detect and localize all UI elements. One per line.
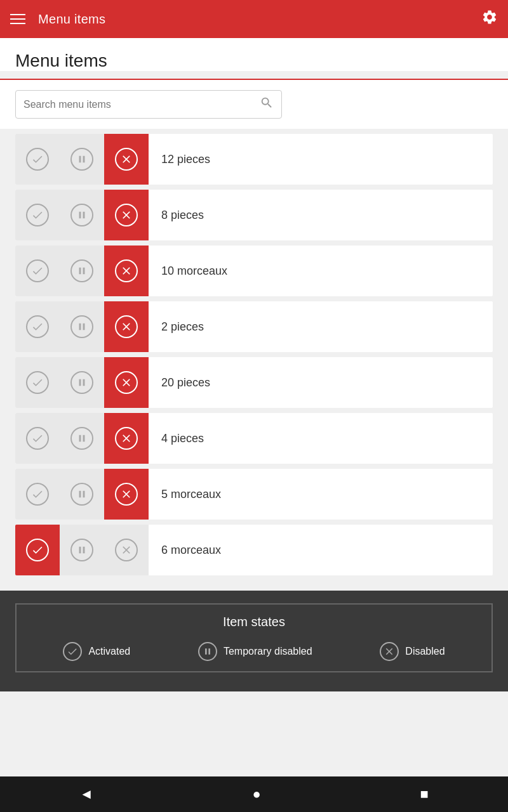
list-item: 12 pieces	[15, 134, 493, 185]
app-bar: Menu items	[0, 0, 508, 38]
settings-icon[interactable]	[481, 9, 498, 29]
legend-activated: Activated	[63, 642, 130, 661]
list-container: 12 pieces 8 pieces 10 morceaux 2 pieces …	[0, 129, 508, 586]
activate-button[interactable]	[15, 469, 60, 520]
activated-icon	[63, 642, 82, 661]
disable-button[interactable]	[104, 246, 149, 296]
pause-button[interactable]	[60, 190, 104, 240]
pause-button[interactable]	[60, 134, 104, 185]
list-item: 2 pieces	[15, 301, 493, 352]
pause-button[interactable]	[60, 357, 104, 408]
search-icon[interactable]	[260, 96, 274, 113]
legend-disabled: Disabled	[380, 642, 444, 661]
back-button[interactable]: ◄	[79, 786, 93, 802]
list-item: 4 pieces	[15, 413, 493, 464]
disable-button[interactable]	[104, 413, 149, 464]
activate-button[interactable]	[15, 134, 60, 185]
pause-button[interactable]	[60, 525, 104, 575]
list-item: 8 pieces	[15, 190, 493, 240]
pause-button[interactable]	[60, 301, 104, 352]
item-label: 6 morceaux	[149, 544, 493, 557]
pause-button[interactable]	[60, 469, 104, 520]
list-item: 10 morceaux	[15, 246, 493, 296]
disable-button[interactable]	[104, 301, 149, 352]
legend-temp-disabled: Temporary disabled	[198, 642, 312, 661]
footer-legend: Item states Activated Temporary disabled…	[0, 591, 508, 691]
activate-button[interactable]	[15, 357, 60, 408]
app-bar-title: Menu items	[38, 12, 105, 27]
disable-button[interactable]	[104, 469, 149, 520]
list-item: 20 pieces	[15, 357, 493, 408]
item-label: 5 morceaux	[149, 488, 493, 501]
temp-disabled-icon	[198, 642, 217, 661]
hamburger-button[interactable]	[10, 14, 25, 24]
nav-bar: ◄ ● ■	[0, 776, 508, 812]
activate-button[interactable]	[15, 301, 60, 352]
page-header: Menu items	[0, 38, 508, 71]
legend-title: Item states	[29, 615, 479, 629]
disable-button[interactable]	[104, 525, 149, 575]
list-item: 5 morceaux	[15, 469, 493, 520]
activated-label: Activated	[88, 646, 130, 657]
item-label: 10 morceaux	[149, 265, 493, 278]
activate-button[interactable]	[15, 246, 60, 296]
item-label: 12 pieces	[149, 153, 493, 166]
disabled-label: Disabled	[405, 646, 444, 657]
item-label: 20 pieces	[149, 376, 493, 390]
temp-disabled-label: Temporary disabled	[224, 646, 312, 657]
page-title: Menu items	[15, 51, 493, 71]
search-box[interactable]	[15, 90, 282, 119]
list-item: 6 morceaux	[15, 525, 493, 575]
legend-items: Activated Temporary disabled Disabled	[29, 642, 479, 661]
home-button[interactable]: ●	[253, 786, 261, 802]
activate-button[interactable]	[15, 413, 60, 464]
item-label: 2 pieces	[149, 320, 493, 334]
activate-button[interactable]	[15, 190, 60, 240]
search-container	[0, 80, 508, 129]
pause-button[interactable]	[60, 246, 104, 296]
disable-button[interactable]	[104, 357, 149, 408]
disable-button[interactable]	[104, 134, 149, 185]
recent-button[interactable]: ■	[420, 786, 428, 802]
search-input[interactable]	[23, 99, 260, 110]
item-label: 4 pieces	[149, 432, 493, 445]
disable-button[interactable]	[104, 190, 149, 240]
pause-button[interactable]	[60, 413, 104, 464]
activate-button[interactable]	[15, 525, 60, 575]
legend-box: Item states Activated Temporary disabled…	[15, 603, 493, 672]
disabled-icon	[380, 642, 399, 661]
item-label: 8 pieces	[149, 209, 493, 222]
